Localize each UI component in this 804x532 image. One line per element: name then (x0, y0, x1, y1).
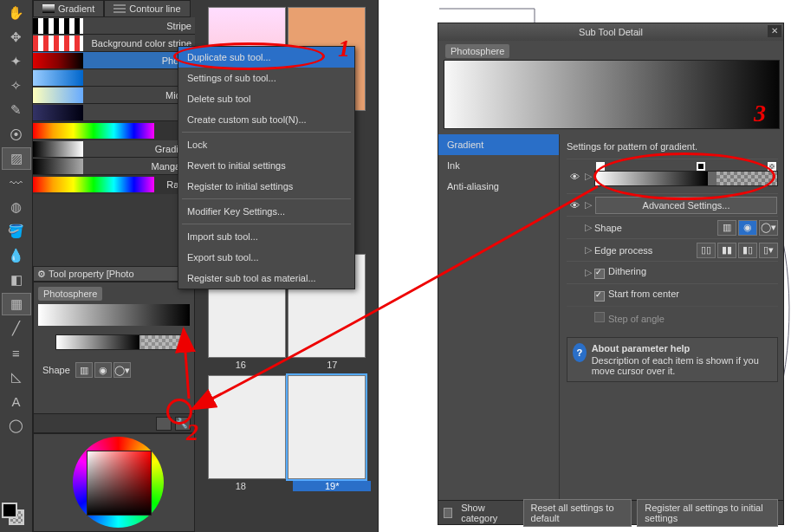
show-category-checkbox[interactable] (444, 508, 452, 518)
pen-tool-icon[interactable]: ✎ (2, 99, 31, 121)
tool-property-panel: Photosphere Shape ▥ ◉ ◯▾ 🔧 (33, 282, 195, 433)
expand-icon[interactable]: ▷ (582, 222, 594, 233)
dropper-tool-icon[interactable]: ⦿ (2, 123, 31, 146)
cat-ink[interactable]: Ink (438, 155, 559, 176)
shape-ellipse-icon[interactable]: ◯▾ (759, 220, 778, 236)
expand-icon[interactable]: ▷ (582, 199, 594, 211)
cat-aa[interactable]: Anti-aliasing (438, 176, 559, 197)
shape-radial-icon[interactable]: ◉ (94, 362, 112, 378)
thumb-18[interactable] (208, 375, 286, 479)
gradient-editor[interactable] (594, 164, 778, 190)
preset-rainbow2[interactable]: Rainb (33, 175, 195, 194)
preset-gradient[interactable]: Gradient (33, 140, 195, 158)
gradient-stop-transparent[interactable] (768, 162, 776, 171)
dialog-titlebar[interactable]: Sub Tool Detail ✕ (438, 23, 783, 41)
main-toolbar: ✋ ✥ ✦ ✧ ✎ ⦿ ▨ 〰 ◍ 🪣 💧 ◧ ▦ ╱ ≡ ◺ A ◯ (0, 0, 33, 532)
dialog-gradient-preview (444, 60, 780, 129)
move-tool-icon[interactable]: ✥ (2, 26, 31, 49)
edge-notdraw-icon[interactable]: ▯▾ (759, 243, 778, 258)
mini-gradient-bar[interactable] (55, 334, 185, 350)
close-icon[interactable]: ✕ (768, 25, 781, 37)
balloon-tool-icon[interactable]: ◯ (2, 414, 31, 437)
foreground-swatch[interactable] (2, 503, 17, 518)
ctx-modifier[interactable]: Modifier Key Settings... (178, 201, 354, 222)
wrench-icon[interactable]: 🔧 (175, 417, 191, 431)
about-parameter-help: ? About parameter help Description of ea… (567, 337, 778, 382)
square-tool-icon[interactable]: ▦ (2, 293, 31, 315)
shape-tool-icon[interactable]: ◺ (2, 366, 31, 388)
start-center-checkbox[interactable] (594, 291, 605, 302)
shape-radial-icon[interactable]: ◉ (738, 220, 757, 236)
shape-linear-icon[interactable]: ▥ (75, 362, 93, 378)
bucket-tool-icon[interactable]: 🪣 (2, 220, 31, 243)
help-icon: ? (573, 343, 587, 362)
brush-tool-icon[interactable]: 〰 (2, 172, 31, 194)
ctx-sep (182, 198, 351, 199)
edge-none-icon[interactable]: ▯▯ (697, 243, 716, 258)
divider-tool-icon[interactable]: ≡ (2, 341, 31, 364)
register-init-button[interactable]: Register all settings to initial setting… (637, 499, 778, 527)
fill-tool-icon[interactable]: ◍ (2, 196, 31, 218)
edge-repeat-icon[interactable]: ▮▮ (717, 243, 736, 258)
expand-icon[interactable]: ▷ (582, 171, 594, 182)
cat-gradient[interactable]: Gradient (438, 134, 559, 155)
preset-manga[interactable]: Manga gr (33, 158, 195, 175)
fx-tool-icon[interactable]: ✦ (2, 50, 31, 73)
tool-property-title: ⚙ Tool property [Photo (33, 266, 195, 282)
blur-tool-icon[interactable]: 💧 (2, 244, 31, 267)
show-category-label: Show category (461, 503, 512, 523)
reset-button[interactable]: Reset all settings to default (523, 499, 632, 527)
preset-night[interactable]: Nig (33, 104, 195, 121)
dialog-title-label: Sub Tool Detail (579, 27, 643, 37)
reset-icon[interactable] (156, 417, 172, 431)
edge-reverse-icon[interactable]: ▮▯ (738, 243, 757, 258)
gear-icon: ⚙ (37, 269, 46, 280)
preset-stripe[interactable]: Stripe (33, 17, 195, 35)
color-wheel[interactable] (73, 437, 164, 528)
param-shape-label: Shape (594, 223, 717, 233)
eye-icon[interactable]: 👁 (567, 172, 582, 182)
preset-blue[interactable]: Blu (33, 69, 195, 87)
gradient-tool-icon[interactable]: ▨ (2, 147, 31, 170)
text-tool-icon[interactable]: A (2, 390, 31, 412)
ctx-import[interactable]: Import sub tool... (178, 226, 354, 247)
preset-rainbow1[interactable]: Ra (33, 121, 195, 140)
ctx-sep (182, 132, 351, 133)
ctx-sep (182, 224, 351, 224)
shape-linear-icon[interactable]: ▥ (717, 220, 736, 236)
eye-icon[interactable]: 👁 (567, 200, 582, 211)
ctx-lock[interactable]: Lock (178, 134, 354, 155)
shape-ellipse-icon[interactable]: ◯▾ (113, 362, 131, 378)
fg-bg-swatches[interactable] (2, 503, 26, 527)
preset-midday[interactable]: Midda (33, 87, 195, 104)
dialog-photosphere-chip: Photosphere (445, 44, 509, 58)
tab-contour-label: Contour line (129, 3, 180, 14)
dithering-checkbox[interactable] (594, 269, 605, 279)
preset-photosphere[interactable]: Photos (33, 52, 195, 69)
ctx-revert[interactable]: Revert to initial settings (178, 155, 354, 176)
tab-gradient[interactable]: Gradient (33, 0, 104, 17)
ctx-settings[interactable]: Settings of sub tool... (178, 68, 354, 88)
dialog-desc: Settings for pattern of gradient. (567, 141, 778, 152)
gradient-stop-black[interactable] (697, 162, 705, 171)
line-tool-icon[interactable]: ╱ (2, 317, 31, 340)
eraser-tool-icon[interactable]: ◧ (2, 269, 31, 291)
preset-bg-stripe[interactable]: Background color stripe (33, 35, 195, 52)
gradient-preset-list: Stripe Background color stripe Photos Bl… (33, 17, 195, 194)
expand-icon[interactable]: ▷ (582, 267, 594, 278)
ctx-register-mat[interactable]: Register sub tool as material... (178, 268, 354, 289)
ctx-export[interactable]: Export sub tool... (178, 247, 354, 268)
gradient-stop-white[interactable] (596, 162, 605, 171)
tab-contour[interactable]: Contour line (104, 0, 190, 17)
contour-tab-icon (113, 4, 126, 13)
ctx-register-init[interactable]: Register to initial settings (178, 176, 354, 197)
expand-icon[interactable]: ▷ (582, 244, 594, 256)
ctx-duplicate[interactable]: Duplicate sub tool... (178, 47, 354, 68)
advanced-settings-button[interactable]: Advanced Settings... (595, 197, 777, 214)
hand-tool-icon[interactable]: ✋ (2, 2, 31, 24)
ctx-delete[interactable]: Delete sub tool (178, 88, 354, 109)
sub-tool-detail-dialog: Sub Tool Detail ✕ Photosphere Gradient I… (438, 23, 784, 525)
ctx-create[interactable]: Create custom sub tool(N)... (178, 109, 354, 130)
wand-tool-icon[interactable]: ✧ (2, 75, 31, 97)
thumb-19[interactable] (288, 375, 366, 479)
